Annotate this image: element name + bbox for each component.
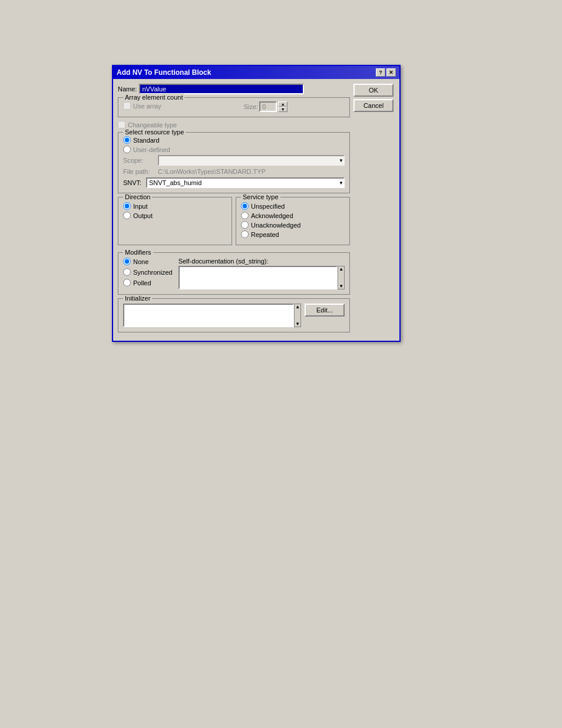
initializer-textarea[interactable] [123, 304, 294, 327]
changeable-row: Changeable type [118, 121, 350, 129]
use-array-row: Use array [123, 102, 161, 110]
array-group-label: Array element count [123, 94, 184, 101]
size-input[interactable] [259, 101, 277, 112]
ok-button[interactable]: OK [353, 84, 394, 97]
array-group: Array element count Use array Size: ▲ ▼ [118, 97, 350, 117]
initializer-label: Initializer [123, 295, 152, 302]
output-label: Output [133, 212, 153, 219]
edit-button[interactable]: Edit... [305, 304, 345, 317]
init-textarea-wrapper: ▲ ▼ [123, 304, 301, 327]
size-control: Size: ▲ ▼ [244, 101, 287, 112]
modifiers-group: Modifiers None Synchronized [118, 252, 350, 295]
initializer-group: Initializer ▲ ▼ Edit... [118, 298, 350, 332]
output-radio[interactable] [123, 212, 131, 219]
add-nv-dialog: Add NV To Functional Block ? ✕ Name: Arr… [112, 65, 401, 342]
user-defined-radio[interactable] [123, 146, 131, 153]
side-buttons: OK Cancel [353, 84, 395, 336]
service-group: Service type Unspecified Acknowledged [236, 197, 350, 245]
unspecified-row: Unspecified [241, 202, 345, 210]
init-scroll-down[interactable]: ▼ [295, 321, 300, 327]
cancel-button[interactable]: Cancel [353, 99, 394, 112]
self-doc-textarea[interactable] [178, 266, 338, 289]
repeated-row: Repeated [241, 230, 345, 238]
title-bar: Add NV To Functional Block ? ✕ [113, 66, 399, 79]
snvt-dropdown[interactable]: SNVT_abs_humid SNVT_amp SNVT_angle_deg S… [146, 177, 345, 188]
filepath-row: File path: C:\LonWorks\Types\STANDARD.TY… [123, 168, 345, 175]
initializer-content: ▲ ▼ Edit... [123, 304, 345, 327]
direction-service-row: Direction Input Output Service type [118, 197, 350, 249]
use-array-label: Use array [133, 103, 161, 110]
close-button[interactable]: ✕ [386, 68, 396, 77]
self-doc-area: Self-documentation (sd_string): ▲ ▼ [178, 258, 345, 289]
filepath-label: File path: [123, 168, 156, 175]
acknowledged-row: Acknowledged [241, 212, 345, 219]
main-content: Name: Array element count Use array Size… [118, 84, 350, 336]
scroll-down-icon[interactable]: ▼ [338, 284, 344, 289]
none-label: None [133, 258, 148, 265]
self-doc-textarea-wrapper: ▲ ▼ [178, 266, 345, 289]
self-doc-scrollbar: ▲ ▼ [338, 266, 345, 289]
scope-row: Scope: [123, 155, 345, 166]
input-row: Input [123, 202, 227, 210]
help-button[interactable]: ? [376, 68, 385, 77]
filepath-value: C:\LonWorks\Types\STANDARD.TYP [158, 168, 345, 175]
polled-label: Polled [133, 279, 151, 286]
modifiers-radios: None Synchronized Polled [123, 258, 173, 289]
init-scrollbar: ▲ ▼ [294, 304, 301, 327]
dialog-title: Add NV To Functional Block [117, 68, 211, 77]
scope-label: Scope: [123, 157, 156, 164]
snvt-dropdown-wrapper: SNVT_abs_humid SNVT_amp SNVT_angle_deg S… [146, 177, 345, 188]
spin-up[interactable]: ▲ [278, 101, 287, 107]
scroll-up-icon[interactable]: ▲ [338, 266, 344, 272]
direction-group: Direction Input Output [118, 197, 232, 245]
size-label: Size: [244, 103, 258, 110]
name-row: Name: [118, 84, 350, 94]
input-label: Input [133, 203, 147, 210]
scope-dropdown-wrapper [158, 155, 345, 166]
unacknowledged-row: Unacknowledged [241, 221, 345, 229]
standard-label: Standard [133, 137, 160, 144]
resource-group-label: Select resource type [123, 129, 186, 136]
repeated-radio[interactable] [241, 230, 249, 238]
edit-btn-wrapper: Edit... [305, 304, 345, 327]
none-radio[interactable] [123, 258, 131, 265]
title-bar-buttons: ? ✕ [376, 68, 396, 77]
self-doc-label: Self-documentation (sd_string): [178, 258, 345, 265]
input-radio[interactable] [123, 202, 131, 210]
synchronized-radio[interactable] [123, 268, 131, 276]
user-defined-label: User-defined [133, 146, 170, 153]
scope-dropdown[interactable] [158, 155, 345, 166]
use-array-checkbox[interactable] [123, 102, 131, 110]
repeated-label: Repeated [251, 231, 279, 238]
spinner: ▲ ▼ [278, 101, 287, 112]
standard-row: Standard [123, 136, 345, 144]
resource-group: Select resource type Standard User-defin… [118, 132, 350, 193]
none-row: None [123, 258, 173, 265]
name-input[interactable] [139, 84, 304, 94]
output-row: Output [123, 212, 227, 219]
snvt-label: SNVT: [123, 179, 144, 186]
modifiers-label: Modifiers [123, 249, 153, 256]
unspecified-radio[interactable] [241, 202, 249, 210]
changeable-checkbox[interactable] [118, 121, 125, 129]
unacknowledged-label: Unacknowledged [251, 222, 300, 229]
dialog-body: Name: Array element count Use array Size… [113, 79, 399, 341]
init-scroll-up[interactable]: ▲ [295, 304, 300, 309]
service-label: Service type [241, 193, 280, 200]
polled-radio[interactable] [123, 279, 131, 286]
acknowledged-radio[interactable] [241, 212, 249, 219]
synchronized-label: Synchronized [133, 269, 173, 276]
name-label: Name: [118, 85, 137, 93]
unspecified-label: Unspecified [251, 203, 285, 210]
user-defined-row: User-defined [123, 146, 345, 153]
snvt-row: SNVT: SNVT_abs_humid SNVT_amp SNVT_angle… [123, 177, 345, 188]
standard-radio[interactable] [123, 136, 131, 144]
direction-label: Direction [123, 193, 152, 200]
polled-row: Polled [123, 279, 173, 286]
acknowledged-label: Acknowledged [251, 212, 293, 219]
unacknowledged-radio[interactable] [241, 221, 249, 229]
changeable-label: Changeable type [128, 121, 177, 129]
spin-down[interactable]: ▼ [278, 107, 287, 112]
synchronized-row: Synchronized [123, 268, 173, 276]
